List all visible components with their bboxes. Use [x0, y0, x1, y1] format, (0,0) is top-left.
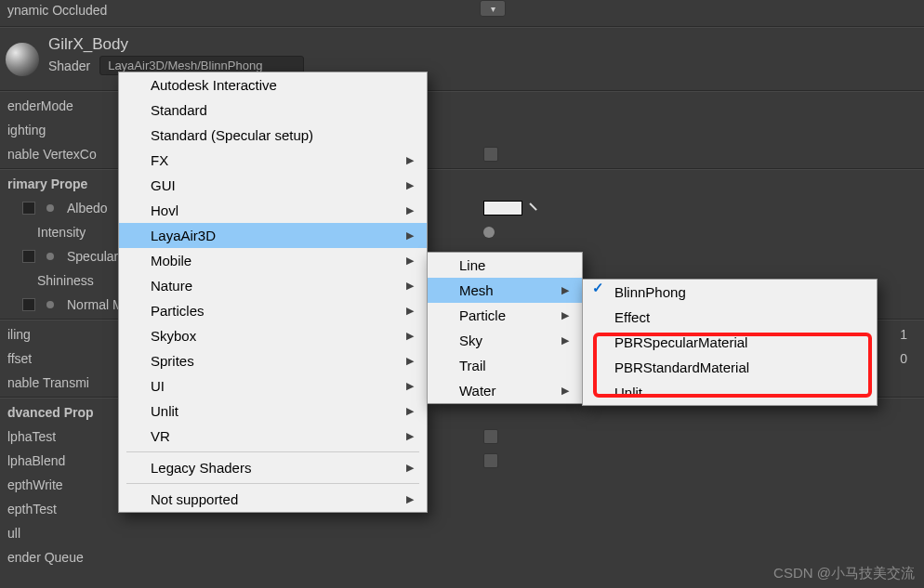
- layaair3d-submenu: Line Mesh▶ Particle▶ Sky▶ Trail Water▶: [427, 252, 583, 404]
- menu-item-effect[interactable]: Effect: [583, 305, 877, 330]
- tiling-label: iling: [7, 327, 31, 342]
- advanced-properties-header: dvanced Prop: [7, 405, 94, 420]
- alpha-blend-checkbox[interactable]: [483, 453, 498, 468]
- menu-item-not-supported[interactable]: Not supported▶: [119, 487, 427, 512]
- chevron-right-icon: ▶: [406, 493, 414, 505]
- albedo-label: Albedo: [67, 201, 108, 216]
- chevron-right-icon: ▶: [406, 462, 414, 474]
- menu-item-sky[interactable]: Sky▶: [428, 328, 582, 353]
- chevron-right-icon: ▶: [406, 430, 414, 442]
- chevron-right-icon: ▶: [406, 204, 414, 216]
- lighting-label: ighting: [7, 123, 46, 137]
- chevron-right-icon: ▶: [561, 284, 569, 296]
- menu-item-gui[interactable]: GUI▶: [119, 173, 427, 198]
- primary-properties-header: rimary Prope: [7, 176, 87, 191]
- shader-label: Shader: [48, 59, 90, 73]
- menu-item-standard-specular[interactable]: Standard (Specular setup): [119, 123, 427, 148]
- dropdown-button[interactable]: ▾: [480, 0, 506, 17]
- menu-item-line[interactable]: Line: [428, 253, 582, 278]
- chevron-right-icon: ▶: [406, 330, 414, 342]
- menu-item-legacy[interactable]: Legacy Shaders▶: [119, 455, 427, 480]
- intensity-slider[interactable]: [483, 227, 495, 238]
- offset-value: 0: [900, 351, 907, 366]
- menu-item-trail[interactable]: Trail: [428, 353, 582, 378]
- watermark-text: CSDN @小马技美交流: [773, 565, 915, 582]
- render-mode-label: enderMode: [7, 98, 73, 113]
- albedo-indicator-icon: [46, 204, 54, 212]
- alpha-blend-label: lphaBlend: [7, 453, 65, 468]
- menu-item-standard[interactable]: Standard: [119, 98, 427, 123]
- chevron-right-icon: ▶: [406, 280, 414, 292]
- chevron-right-icon: ▶: [406, 380, 414, 392]
- alpha-test-label: lphaTest: [7, 429, 56, 444]
- menu-item-autodesk[interactable]: Autodesk Interactive: [119, 72, 427, 98]
- normal-texture-slot[interactable]: [22, 298, 35, 311]
- menu-item-nature[interactable]: Nature▶: [119, 273, 427, 298]
- cull-label: ull: [7, 526, 20, 541]
- chevron-right-icon: ▶: [406, 179, 414, 191]
- enable-vertex-checkbox[interactable]: [483, 147, 498, 162]
- depth-test-label: epthTest: [7, 502, 57, 516]
- chevron-right-icon: ▶: [561, 334, 569, 346]
- menu-item-sprites[interactable]: Sprites▶: [119, 348, 427, 373]
- menu-divider: [126, 483, 419, 484]
- specular-indicator-icon: [46, 253, 54, 260]
- albedo-texture-slot[interactable]: [22, 202, 35, 215]
- dynamic-occluded-label: ynamic Occluded: [7, 3, 107, 18]
- menu-item-water[interactable]: Water▶: [428, 378, 582, 403]
- menu-item-particles[interactable]: Particles▶: [119, 298, 427, 323]
- menu-item-vr[interactable]: VR▶: [119, 424, 427, 449]
- albedo-color-swatch[interactable]: [483, 201, 522, 216]
- chevron-right-icon: ▶: [406, 154, 414, 166]
- checkmark-icon: ✓: [592, 280, 604, 296]
- chevron-right-icon: ▶: [406, 229, 414, 242]
- eyedropper-icon[interactable]: [525, 199, 544, 217]
- chevron-right-icon: ▶: [406, 305, 414, 317]
- menu-item-pbr-standard[interactable]: PBRStandardMaterial: [583, 355, 877, 380]
- enable-vertex-label: nable VertexCo: [7, 147, 97, 162]
- menu-item-layaair3d[interactable]: LayaAir3D▶: [119, 223, 427, 248]
- shininess-label: Shininess: [37, 273, 94, 288]
- mesh-submenu: ✓ BlinnPhong Effect PBRSpecularMaterial …: [582, 279, 878, 406]
- menu-item-unlit[interactable]: Unlit▶: [119, 399, 427, 424]
- specular-texture-slot[interactable]: [22, 250, 35, 263]
- normal-indicator-icon: [46, 301, 54, 308]
- menu-item-ui[interactable]: UI▶: [119, 373, 427, 399]
- intensity-label: Intensity: [37, 225, 86, 240]
- offset-label: ffset: [7, 351, 32, 366]
- menu-item-mesh[interactable]: Mesh▶: [428, 278, 582, 303]
- alpha-test-checkbox[interactable]: [483, 429, 498, 444]
- depth-write-label: epthWrite: [7, 477, 63, 492]
- menu-item-fx[interactable]: FX▶: [119, 148, 427, 173]
- shader-category-menu: Autodesk Interactive Standard Standard (…: [118, 72, 428, 513]
- chevron-right-icon: ▶: [406, 255, 414, 267]
- material-name: GilrX_Body: [48, 35, 311, 54]
- menu-divider: [126, 451, 419, 452]
- menu-item-hovl[interactable]: Hovl▶: [119, 198, 427, 223]
- menu-item-skybox[interactable]: Skybox▶: [119, 323, 427, 348]
- menu-item-mobile[interactable]: Mobile▶: [119, 248, 427, 273]
- chevron-right-icon: ▶: [406, 355, 414, 367]
- chevron-right-icon: ▶: [561, 309, 569, 321]
- material-preview-icon: [6, 43, 39, 76]
- divider: [0, 26, 924, 28]
- enable-transmission-label: nable Transmi: [7, 375, 89, 390]
- menu-item-unlit-mesh[interactable]: Unlit: [583, 380, 877, 405]
- menu-item-particle[interactable]: Particle▶: [428, 303, 582, 328]
- chevron-right-icon: ▶: [406, 405, 414, 417]
- chevron-right-icon: ▶: [561, 385, 569, 397]
- specular-label: Specular: [67, 249, 118, 264]
- menu-item-blinnphong[interactable]: BlinnPhong: [583, 280, 877, 305]
- render-queue-label: ender Queue: [7, 550, 84, 565]
- tiling-value: 1: [900, 327, 907, 342]
- menu-item-pbr-specular[interactable]: PBRSpecularMaterial: [583, 330, 877, 355]
